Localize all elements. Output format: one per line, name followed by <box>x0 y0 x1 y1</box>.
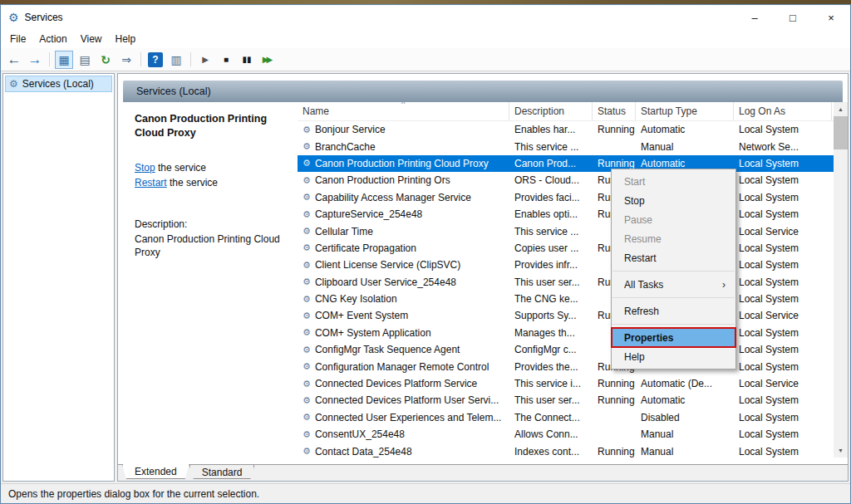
column-header-status[interactable]: Status <box>593 102 636 120</box>
tab-standard[interactable]: Standard <box>189 465 255 479</box>
service-description: This user ser... <box>509 394 593 406</box>
service-gear-icon: ⚙ <box>303 260 311 271</box>
context-menu-item-restart[interactable]: Restart <box>612 248 735 267</box>
service-row-client-license-service-clipsvc[interactable]: ⚙Client License Service (ClipSVC)Provide… <box>298 257 834 273</box>
maximize-button[interactable]: □ <box>774 5 812 30</box>
service-row-configmgr-task-sequence-agent[interactable]: ⚙ConfigMgr Task Sequence AgentConfigMgr … <box>298 341 834 358</box>
scroll-down-button[interactable]: ▼ <box>834 443 848 458</box>
column-header-description[interactable]: Description <box>509 102 593 120</box>
service-row-connected-user-experiences-and-telem[interactable]: ⚙Connected User Experiences and Telem...… <box>298 409 834 426</box>
back-icon[interactable]: ← <box>5 51 23 69</box>
service-log-on-as: Local Service <box>734 226 832 237</box>
start-service-icon[interactable]: ▶ <box>196 51 214 69</box>
service-row-configuration-manager-remote-control[interactable]: ⚙Configuration Manager Remote ControlPro… <box>298 358 834 374</box>
menu-help[interactable]: Help <box>109 31 143 47</box>
column-header-log-on-as[interactable]: Log On As <box>734 102 832 120</box>
service-log-on-as: Network Se... <box>734 141 832 153</box>
tab-extended[interactable]: Extended <box>122 464 189 479</box>
restart-service-link[interactable]: Restart <box>135 177 167 188</box>
service-name: Configuration Manager Remote Control <box>315 361 489 373</box>
service-row-capability-access-manager-service[interactable]: ⚙Capability Access Manager ServiceProvid… <box>298 189 834 206</box>
service-row-branchcache[interactable]: ⚙BranchCacheThis service ...ManualNetwor… <box>298 138 834 154</box>
view-tabs: ExtendedStandard <box>118 464 848 481</box>
service-row-canon-production-printing-ors[interactable]: ⚙Canon Production Printing OrsORS - Clou… <box>298 172 834 188</box>
menu-view[interactable]: View <box>74 31 109 47</box>
tree-item-services-local[interactable]: ⚙ Services (Local) <box>5 76 112 92</box>
forward-icon[interactable]: → <box>26 51 44 69</box>
service-log-on-as: Local System <box>734 327 832 339</box>
service-name: Canon Production Printing Cloud Proxy <box>315 158 489 169</box>
context-menu-separator <box>612 297 735 298</box>
context-menu-separator <box>612 324 735 325</box>
service-row-com-system-application[interactable]: ⚙COM+ System ApplicationManages th...Loc… <box>298 325 834 341</box>
close-button[interactable]: × <box>812 5 850 30</box>
service-gear-icon: ⚙ <box>303 125 311 135</box>
service-description: This service ... <box>509 141 593 153</box>
service-log-on-as: Local System <box>734 361 832 373</box>
service-startup-type: Manual <box>636 141 734 153</box>
service-description: Copies user ... <box>509 242 593 254</box>
service-row-contact-data-254e48[interactable]: ⚙Contact Data_254e48Indexes cont...Runni… <box>298 443 834 459</box>
service-row-consentux-254e48[interactable]: ⚙ConsentUX_254e48Allows Conn...ManualLoc… <box>298 426 834 443</box>
service-log-on-as: Local System <box>734 446 832 458</box>
vertical-scrollbar[interactable]: ▲ ▼ <box>834 102 848 458</box>
service-row-bonjour-service[interactable]: ⚙Bonjour ServiceEnables har...RunningAut… <box>298 121 834 138</box>
context-menu-item-all-tasks[interactable]: All Tasks› <box>612 275 735 294</box>
column-header-startup-type[interactable]: Startup Type <box>636 102 734 120</box>
context-menu-item-stop[interactable]: Stop <box>612 191 735 210</box>
restart-service-icon[interactable]: ▶▶ <box>258 51 277 69</box>
service-row-cng-key-isolation[interactable]: ⚙CNG Key IsolationThe CNG ke...Local Sys… <box>298 291 834 307</box>
service-name: Connected Devices Platform Service <box>315 378 477 389</box>
context-menu-item-refresh[interactable]: Refresh <box>612 301 735 321</box>
service-row-clipboard-user-service-254e48[interactable]: ⚙Clipboard User Service_254e48This user … <box>298 274 834 291</box>
pause-service-icon[interactable]: ▮▮ <box>238 51 256 69</box>
stop-service-icon[interactable]: ■ <box>217 51 235 69</box>
service-row-cellular-time[interactable]: ⚙Cellular TimeThis service ...Local Serv… <box>298 223 834 239</box>
services-local-header-label: Services (Local) <box>136 86 211 97</box>
help-icon[interactable]: ? <box>148 52 163 67</box>
properties-toolbar-icon[interactable]: ▤ <box>76 51 94 69</box>
toolbar-separator <box>190 52 191 66</box>
toolbar-separator <box>49 52 50 66</box>
service-startup-type: Manual <box>636 428 734 440</box>
status-text: Opens the properties dialog box for the … <box>8 488 259 500</box>
scroll-up-button[interactable]: ▲ <box>834 102 848 116</box>
service-name: Canon Production Printing Ors <box>315 174 450 186</box>
context-menu-item-properties[interactable]: Properties <box>612 328 735 347</box>
service-row-captureservice-254e48[interactable]: ⚙CaptureService_254e48Enables opti...Run… <box>298 206 834 223</box>
service-row-connected-devices-platform-user-servi[interactable]: ⚙Connected Devices Platform User Servi..… <box>298 392 834 409</box>
service-status: Running <box>593 378 636 389</box>
service-row-canon-production-printing-cloud-proxy[interactable]: ⚙Canon Production Printing Cloud ProxyCa… <box>298 155 834 172</box>
menu-file[interactable]: File <box>3 31 32 47</box>
service-gear-icon: ⚙ <box>303 209 311 220</box>
minimize-button[interactable]: – <box>735 5 774 30</box>
menu-action[interactable]: Action <box>32 31 73 47</box>
service-row-com-event-system[interactable]: ⚙COM+ Event SystemSupports Sy...RunningL… <box>298 307 834 324</box>
service-name-cell: ⚙BranchCache <box>298 141 509 153</box>
context-menu-separator <box>612 271 735 272</box>
content-row: Canon Production Printing Cloud Proxy St… <box>118 102 848 464</box>
refresh-toolbar-icon[interactable]: ↻ <box>96 51 115 69</box>
action-pane-icon[interactable]: ▥ <box>167 51 185 69</box>
services-list: Name^DescriptionStatusStartup TypeLog On… <box>298 102 834 464</box>
export-list-icon[interactable]: ⇒ <box>117 51 135 69</box>
service-log-on-as: Local System <box>734 124 832 135</box>
service-action-links: Stop the service Restart the service <box>135 160 291 190</box>
service-name-cell: ⚙COM+ System Application <box>298 327 509 339</box>
service-startup-type: Automatic (De... <box>636 378 734 389</box>
show-console-tree-icon[interactable]: ▦ <box>55 51 73 69</box>
service-name: Certificate Propagation <box>315 242 416 254</box>
scrollbar-thumb[interactable] <box>834 116 848 149</box>
sort-ascending-icon: ^ <box>401 102 405 108</box>
context-menu-item-help[interactable]: Help <box>612 347 735 366</box>
service-description: Enables har... <box>509 124 593 135</box>
stop-service-link[interactable]: Stop <box>135 162 155 174</box>
service-gear-icon: ⚙ <box>303 242 311 253</box>
service-log-on-as: Local Service <box>734 378 832 389</box>
service-row-certificate-propagation[interactable]: ⚙Certificate PropagationCopies user ...R… <box>298 240 834 257</box>
service-name: Connected Devices Platform User Servi... <box>315 394 499 406</box>
stop-link-suffix: the service <box>155 162 206 174</box>
service-log-on-as: Local Service <box>734 310 832 321</box>
service-row-connected-devices-platform-service[interactable]: ⚙Connected Devices Platform ServiceThis … <box>298 375 834 392</box>
column-header-name[interactable]: Name^ <box>298 102 509 120</box>
